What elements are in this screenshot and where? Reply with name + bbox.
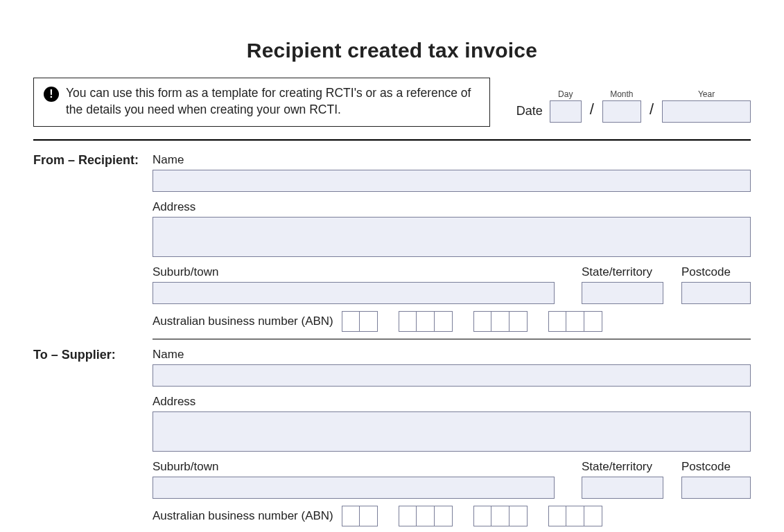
divider xyxy=(153,339,751,339)
date-label: Date xyxy=(516,104,543,118)
recipient-abn-label: Australian business number (ABN) xyxy=(153,314,333,328)
supplier-state-input[interactable] xyxy=(582,477,663,499)
notice-box: ! You can use this form as a template fo… xyxy=(33,78,490,127)
supplier-suburb-input[interactable] xyxy=(153,477,555,499)
abn-cell[interactable] xyxy=(435,506,453,526)
abn-cell[interactable] xyxy=(360,506,378,526)
abn-cell[interactable] xyxy=(566,506,584,526)
date-year-label: Year xyxy=(698,89,715,99)
divider xyxy=(33,139,751,141)
recipient-address-input[interactable] xyxy=(153,217,751,257)
recipient-section: From – Recipient: Name Address Suburb/to… xyxy=(33,149,751,344)
supplier-address-label: Address xyxy=(153,395,751,409)
abn-cell[interactable] xyxy=(417,506,435,526)
date-month-input[interactable] xyxy=(602,100,641,123)
abn-cell[interactable] xyxy=(399,506,417,526)
recipient-postcode-input[interactable] xyxy=(681,282,751,304)
info-icon: ! xyxy=(44,87,59,102)
supplier-section: To – Supplier: Name Address Suburb/town … xyxy=(33,344,751,531)
abn-cell[interactable] xyxy=(491,311,509,332)
supplier-name-label: Name xyxy=(153,348,751,362)
supplier-abn-label: Australian business number (ABN) xyxy=(153,509,333,523)
supplier-postcode-label: Postcode xyxy=(681,460,751,474)
supplier-section-label: To – Supplier: xyxy=(33,348,153,362)
abn-cell[interactable] xyxy=(473,311,491,332)
recipient-address-label: Address xyxy=(153,200,751,214)
date-month-label: Month xyxy=(610,89,633,99)
abn-cell[interactable] xyxy=(417,311,435,332)
abn-cell[interactable] xyxy=(584,311,602,332)
abn-cell[interactable] xyxy=(491,506,509,526)
supplier-suburb-label: Suburb/town xyxy=(153,460,555,474)
abn-cell[interactable] xyxy=(548,506,566,526)
date-year-input[interactable] xyxy=(662,100,751,123)
abn-cell[interactable] xyxy=(548,311,566,332)
notice-text: You can use this form as a template for … xyxy=(66,85,480,118)
supplier-state-label: State/territory xyxy=(582,460,663,474)
abn-cell[interactable] xyxy=(360,311,378,332)
abn-cell[interactable] xyxy=(473,506,491,526)
date-day-input[interactable] xyxy=(550,100,582,123)
supplier-name-input[interactable] xyxy=(153,364,751,387)
recipient-name-input[interactable] xyxy=(153,170,751,192)
abn-cell[interactable] xyxy=(342,506,360,526)
date-slash: / xyxy=(589,100,595,123)
page-title: Recipient created tax invoice xyxy=(33,39,751,62)
date-block: Date Day / Month / Year xyxy=(516,78,751,127)
recipient-section-label: From – Recipient: xyxy=(33,153,153,168)
recipient-state-input[interactable] xyxy=(582,282,663,304)
supplier-postcode-input[interactable] xyxy=(681,477,751,499)
recipient-state-label: State/territory xyxy=(582,265,663,279)
date-slash: / xyxy=(648,100,655,123)
abn-cell[interactable] xyxy=(566,311,584,332)
abn-cell[interactable] xyxy=(509,506,528,526)
supplier-address-input[interactable] xyxy=(153,411,751,452)
recipient-postcode-label: Postcode xyxy=(681,265,751,279)
recipient-name-label: Name xyxy=(153,153,751,167)
recipient-suburb-input[interactable] xyxy=(153,282,555,304)
abn-cell[interactable] xyxy=(435,311,453,332)
abn-cell[interactable] xyxy=(584,506,602,526)
recipient-suburb-label: Suburb/town xyxy=(153,265,555,279)
date-day-label: Day xyxy=(558,89,573,99)
abn-cell[interactable] xyxy=(342,311,360,332)
abn-cell[interactable] xyxy=(509,311,528,332)
abn-cell[interactable] xyxy=(399,311,417,332)
